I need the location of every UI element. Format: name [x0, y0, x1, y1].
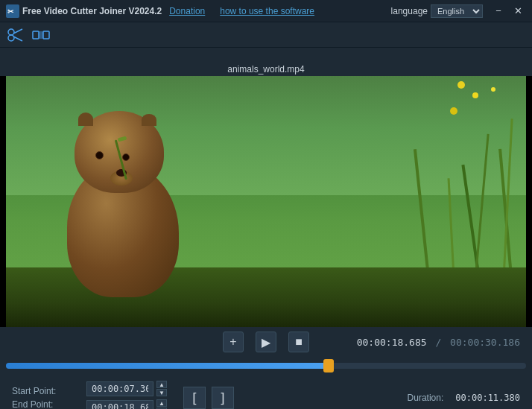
- seekbar-fill: [6, 363, 329, 369]
- start-spinner-up[interactable]: ▲: [156, 381, 167, 388]
- duration-label: Duration:: [408, 393, 444, 403]
- bracket-start-button[interactable]: [: [183, 387, 206, 409]
- join-tool-button[interactable]: [31, 25, 51, 45]
- start-spinner: ▲ ▼: [156, 381, 167, 396]
- seekbar-background: [6, 363, 526, 369]
- svg-text:✂: ✂: [7, 7, 14, 16]
- bracket-end-button[interactable]: ]: [212, 387, 234, 409]
- svg-rect-6: [33, 31, 39, 39]
- playback-controls: + ▶ ■ 00:00:18.685 / 00:00:30.186: [0, 327, 532, 357]
- point-values: ▲ ▼ ▲ ▼: [86, 381, 168, 409]
- close-button[interactable]: ✕: [510, 4, 526, 18]
- seekbar-container: [0, 357, 532, 375]
- filename-bar: animals_world.mp4: [0, 63, 532, 76]
- app-logo: ✂ Free Video Cutter Joiner V2024.2: [6, 4, 162, 18]
- video-player[interactable]: [0, 63, 532, 327]
- start-point-row: ▲ ▼: [86, 381, 168, 396]
- end-point-label: End Point:: [12, 399, 72, 409]
- app-logo-icon: ✂: [6, 4, 19, 18]
- language-select[interactable]: English 中文 Español: [431, 4, 483, 18]
- point-controls: Start Point: End Point: ▲ ▼ ▲ ▼ [ ]: [0, 375, 532, 409]
- duration-section: Duration: 00:00:11.380: [408, 393, 520, 403]
- donation-link[interactable]: Donation: [169, 6, 205, 16]
- end-spinner: ▲ ▼: [156, 399, 167, 409]
- total-time: 00:00:30.186: [450, 337, 520, 348]
- duration-value: 00:00:11.380: [455, 393, 520, 403]
- svg-rect-8: [43, 31, 49, 39]
- main-area: animals_world.mp4: [0, 63, 532, 409]
- svg-point-2: [8, 29, 14, 35]
- start-point-label: Start Point:: [12, 386, 72, 396]
- toolbar: [0, 22, 532, 48]
- play-button[interactable]: ▶: [256, 332, 276, 352]
- stop-button[interactable]: ■: [288, 332, 309, 352]
- start-point-input[interactable]: [86, 381, 153, 396]
- seekbar-thumb[interactable]: [323, 359, 334, 372]
- end-spinner-up[interactable]: ▲: [156, 399, 167, 407]
- start-spinner-down[interactable]: ▼: [156, 389, 167, 396]
- join-icon: [31, 25, 51, 45]
- end-point-input[interactable]: [86, 400, 153, 410]
- svg-rect-7: [39, 31, 43, 39]
- timecode-display: 00:00:18.685 / 00:00:30.186: [357, 337, 520, 348]
- add-button[interactable]: +: [223, 332, 244, 352]
- titlebar: ✂ Free Video Cutter Joiner V2024.2 Donat…: [0, 0, 532, 22]
- seekbar-track[interactable]: [6, 360, 526, 372]
- end-point-row: ▲ ▼: [86, 399, 168, 409]
- current-time: 00:00:18.685: [357, 337, 427, 348]
- language-label: language: [391, 6, 428, 16]
- app-name: Free Video Cutter Joiner V2024.2: [22, 6, 162, 16]
- minimize-button[interactable]: −: [490, 4, 507, 18]
- filename: animals_world.mp4: [227, 64, 304, 74]
- svg-point-3: [8, 35, 14, 41]
- bracket-buttons: [ ]: [183, 387, 234, 409]
- cut-icon: [6, 25, 25, 45]
- svg-line-4: [13, 29, 22, 34]
- help-link[interactable]: how to use the software: [220, 6, 314, 16]
- cut-tool-button[interactable]: [6, 25, 25, 45]
- svg-line-5: [13, 37, 22, 41]
- video-scene: [0, 63, 532, 327]
- window-controls: − ✕: [490, 4, 526, 18]
- point-labels: Start Point: End Point:: [12, 386, 72, 409]
